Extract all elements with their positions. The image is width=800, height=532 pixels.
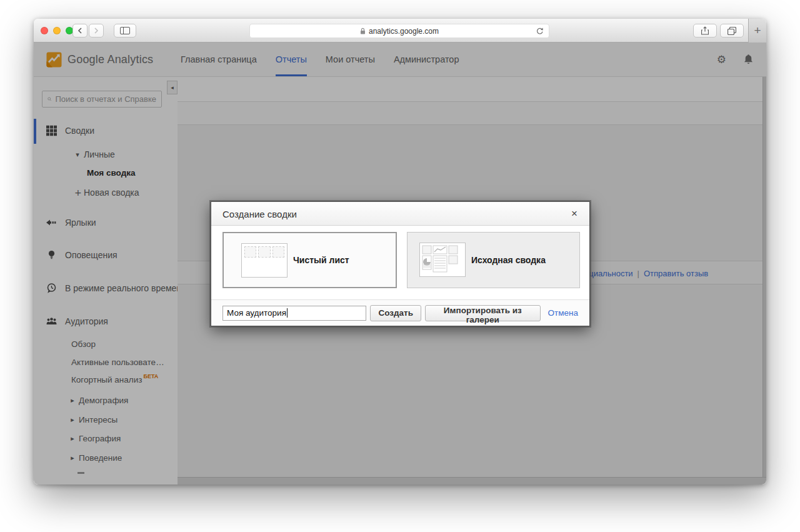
option-blank-canvas[interactable]: Чистый лист (222, 232, 397, 288)
browser-window: analytics.google.com + Google Analytics (34, 19, 766, 484)
dashboard-name-value: Моя аудитория (227, 308, 286, 318)
widget-placeholder (258, 246, 270, 258)
dashboard-name-input[interactable]: Моя аудитория (222, 306, 366, 321)
widget-placeholder (272, 246, 284, 258)
share-button[interactable] (693, 24, 717, 38)
widget-placeholder (244, 246, 256, 258)
sidebar-toggle-button[interactable] (114, 24, 136, 38)
create-dashboard-dialog: Создание сводки × Чистый лист (211, 201, 590, 326)
cancel-link[interactable]: Отмена (548, 308, 578, 318)
blank-canvas-thumbnail (241, 243, 288, 278)
create-button[interactable]: Создать (370, 305, 421, 321)
tab-overview-button[interactable] (720, 24, 744, 38)
close-icon[interactable]: × (567, 206, 582, 221)
starter-dashboard-thumbnail (419, 243, 466, 277)
close-window-button[interactable] (41, 27, 48, 34)
web-content: Google Analytics Главная страница Отчеты… (34, 43, 766, 484)
option-starter-dashboard[interactable]: Исходная сводка (407, 232, 580, 288)
back-icon (77, 27, 83, 34)
new-tab-button[interactable]: + (748, 19, 766, 43)
dialog-body: Чистый лист Ис (211, 226, 589, 301)
dialog-footer: Моя аудитория Создать Импортировать из г… (211, 299, 589, 326)
dialog-title: Создание сводки (222, 202, 297, 226)
sidebar-toggle-icon (120, 27, 130, 34)
url-bar[interactable]: analytics.google.com (249, 24, 549, 38)
dialog-header: Создание сводки × (211, 202, 589, 226)
back-button[interactable] (72, 24, 88, 38)
reload-icon[interactable] (535, 26, 544, 36)
browser-toolbar: analytics.google.com + (34, 19, 766, 43)
forward-icon (93, 27, 99, 34)
import-from-gallery-button[interactable]: Импортировать из галереи (425, 305, 541, 321)
option-label: Исходная сводка (471, 233, 546, 288)
lock-icon (360, 28, 366, 34)
minimize-window-button[interactable] (53, 27, 61, 34)
tabs-icon (728, 27, 736, 35)
text-caret (287, 308, 288, 318)
option-label: Чистый лист (293, 233, 349, 287)
starter-widgets-icon (420, 243, 465, 276)
url-text: analytics.google.com (369, 27, 439, 36)
share-icon (701, 26, 709, 35)
window-controls (41, 27, 73, 34)
forward-button[interactable] (89, 24, 104, 38)
